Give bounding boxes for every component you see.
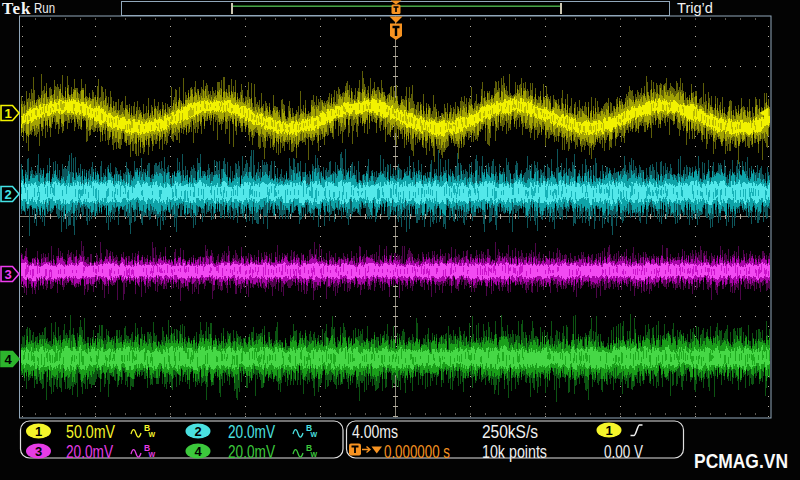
svg-text:Run: Run [34,0,55,16]
svg-text:20.0mV: 20.0mV [66,441,113,462]
svg-text:W: W [149,431,156,438]
svg-text:0.00 V: 0.00 V [604,441,643,462]
svg-text:1: 1 [4,106,11,121]
svg-text:3: 3 [4,267,11,282]
svg-text:4: 4 [194,444,202,459]
svg-text:250kS/s: 250kS/s [482,421,538,442]
svg-text:10k points: 10k points [482,441,547,462]
svg-text:W: W [311,451,318,458]
svg-text:2: 2 [4,187,11,202]
svg-text:0.000000 s: 0.000000 s [384,441,450,462]
svg-text:PCMAG.VN: PCMAG.VN [694,450,788,472]
svg-text:1: 1 [605,423,612,438]
svg-text:4.00ms: 4.00ms [352,421,398,442]
svg-text:4: 4 [4,352,12,367]
svg-text:Trig’d: Trig’d [677,0,713,16]
svg-text:W: W [311,431,318,438]
svg-text:20.0mV: 20.0mV [228,441,275,462]
svg-text:1: 1 [35,424,42,439]
svg-text:3: 3 [35,444,42,459]
svg-text:Tek: Tek [2,0,31,18]
svg-text:W: W [149,451,156,458]
svg-text:50.0mV: 50.0mV [66,421,115,442]
svg-text:20.0mV: 20.0mV [228,421,275,442]
svg-text:2: 2 [194,424,201,439]
